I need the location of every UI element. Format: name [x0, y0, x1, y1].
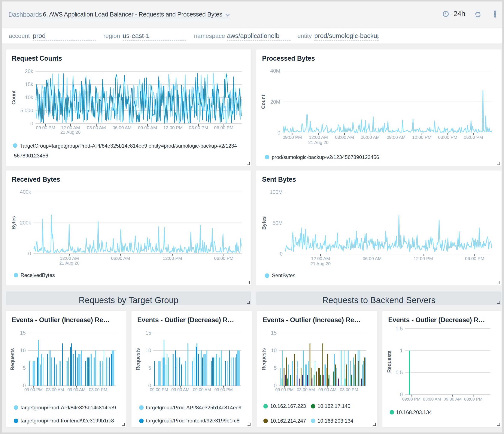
svg-text:09:00 PM: 09:00 PM: [402, 397, 421, 401]
svg-text:06:00 AM: 06:00 AM: [363, 256, 382, 261]
svg-text:100M: 100M: [270, 189, 283, 195]
svg-text:03:00 AM: 03:00 AM: [87, 125, 106, 130]
svg-text:09:00 PM: 09:00 PM: [283, 135, 302, 140]
svg-text:15: 15: [271, 330, 277, 336]
svg-text:Requests: Requests: [135, 348, 141, 370]
svg-text:12:00 AM: 12:00 AM: [311, 256, 330, 261]
svg-text:12:00 PM: 12:00 PM: [414, 256, 433, 261]
svg-text:0: 0: [30, 120, 33, 126]
svg-text:06:00 PM: 06:00 PM: [464, 135, 483, 140]
svg-text:Requests: Requests: [261, 348, 267, 370]
svg-text:03:00 PM: 03:00 PM: [464, 397, 483, 401]
svg-text:06:00 AM: 06:00 AM: [361, 135, 380, 140]
svg-text:06:00 PM: 06:00 PM: [214, 256, 233, 261]
svg-text:09:00 AM: 09:00 AM: [193, 387, 211, 392]
svg-text:20M: 20M: [270, 99, 280, 105]
svg-text:Bytes: Bytes: [11, 216, 17, 230]
svg-text:Bytes: Bytes: [261, 216, 267, 230]
svg-text:12:00 AM: 12:00 AM: [60, 256, 79, 261]
svg-text:21 Aug 20: 21 Aug 20: [60, 129, 81, 135]
svg-text:03:00 AM: 03:00 AM: [297, 387, 315, 392]
svg-text:1: 1: [400, 348, 403, 353]
svg-text:20k: 20k: [25, 68, 33, 74]
svg-text:0: 0: [278, 130, 280, 136]
svg-text:03:00 AM: 03:00 AM: [423, 397, 441, 401]
svg-text:10: 10: [271, 347, 277, 353]
svg-text:50M: 50M: [272, 220, 283, 226]
svg-text:09:00 AM: 09:00 AM: [444, 397, 462, 401]
svg-text:0: 0: [28, 251, 31, 256]
svg-text:Requests: Requests: [10, 348, 15, 370]
svg-text:200k: 200k: [20, 220, 31, 226]
svg-text:09:00 AM: 09:00 AM: [318, 387, 337, 392]
svg-text:09:00 AM: 09:00 AM: [138, 125, 157, 130]
svg-text:09:00 PM: 09:00 PM: [275, 387, 294, 392]
svg-text:Count: Count: [261, 94, 266, 109]
svg-text:10k: 10k: [25, 94, 33, 100]
svg-text:06:00 AM: 06:00 AM: [113, 125, 132, 130]
svg-text:21 Aug 20: 21 Aug 20: [59, 260, 80, 265]
svg-text:Count: Count: [11, 90, 17, 104]
svg-text:5,000: 5,000: [20, 108, 33, 113]
svg-text:12:00 AM: 12:00 AM: [61, 125, 80, 130]
svg-text:09:00 AM: 09:00 AM: [67, 387, 86, 392]
svg-text:12:00 PM: 12:00 PM: [163, 125, 183, 130]
svg-text:1.5: 1.5: [396, 326, 403, 331]
svg-text:21 Aug 20: 21 Aug 20: [308, 140, 329, 145]
svg-text:10: 10: [145, 347, 151, 353]
svg-text:5: 5: [274, 365, 277, 371]
svg-text:15: 15: [20, 330, 26, 336]
svg-text:06:00 PM: 06:00 PM: [214, 125, 233, 130]
svg-text:40M: 40M: [270, 68, 280, 74]
svg-text:09:00 AM: 09:00 AM: [387, 135, 406, 140]
svg-text:15k: 15k: [25, 81, 33, 87]
svg-text:Requests: Requests: [387, 351, 392, 373]
svg-text:0: 0: [280, 251, 283, 257]
svg-text:400k: 400k: [20, 189, 31, 195]
svg-text:12:00 PM: 12:00 PM: [412, 135, 432, 140]
svg-text:03:00 PM: 03:00 PM: [340, 387, 358, 392]
svg-text:10: 10: [20, 347, 26, 353]
svg-text:03:00 AM: 03:00 AM: [171, 387, 189, 392]
svg-text:15: 15: [145, 330, 151, 336]
svg-text:0.5: 0.5: [396, 369, 403, 375]
svg-text:0: 0: [400, 392, 403, 397]
svg-text:03:00 PM: 03:00 PM: [438, 135, 457, 140]
svg-text:09:00 PM: 09:00 PM: [36, 125, 55, 130]
svg-text:06:00 PM: 06:00 PM: [465, 256, 484, 261]
svg-text:09:00 PM: 09:00 PM: [24, 387, 43, 392]
svg-text:03:00 AM: 03:00 AM: [335, 135, 354, 140]
svg-text:09:00 PM: 09:00 PM: [150, 387, 168, 392]
svg-text:03:00 AM: 03:00 AM: [46, 387, 64, 392]
svg-text:06:00 AM: 06:00 AM: [111, 256, 130, 261]
svg-text:5: 5: [148, 365, 151, 371]
svg-text:21 Aug 20: 21 Aug 20: [310, 261, 331, 266]
svg-text:03:00 PM: 03:00 PM: [214, 387, 233, 392]
svg-text:03:00 PM: 03:00 PM: [189, 125, 208, 130]
svg-text:5: 5: [23, 365, 26, 371]
svg-text:12:00 AM: 12:00 AM: [309, 135, 328, 140]
svg-text:12:00 PM: 12:00 PM: [163, 256, 182, 261]
svg-text:03:00 PM: 03:00 PM: [89, 387, 107, 392]
